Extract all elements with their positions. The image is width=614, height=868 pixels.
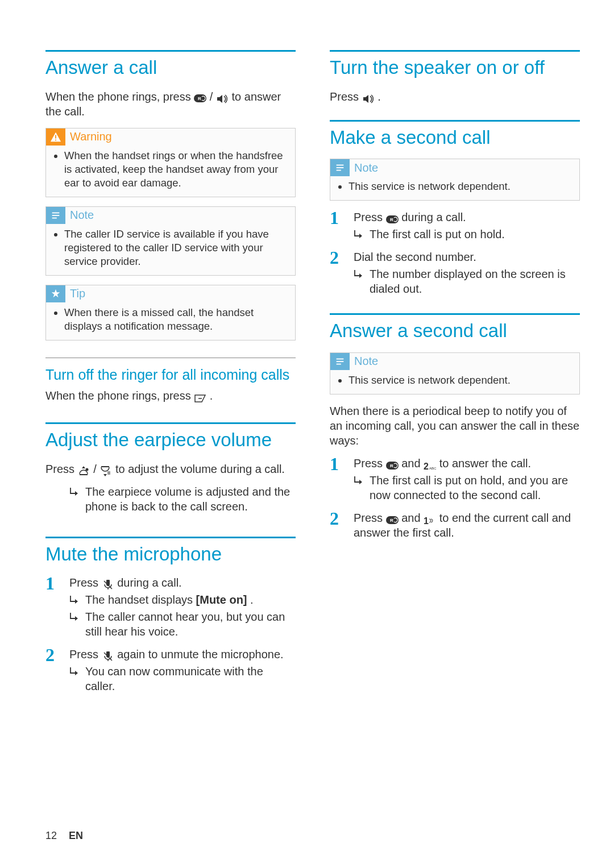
speaker-icon [362, 92, 375, 102]
text: during a call. [401, 211, 466, 223]
result-arrow-icon [69, 666, 80, 679]
talk-key-icon [386, 459, 399, 470]
key-2-icon [424, 459, 436, 470]
warning-callout: Warning When the handset rings or when t… [45, 128, 296, 197]
warning-label: Warning [70, 130, 112, 143]
text: and [401, 457, 424, 470]
text: Press [354, 512, 386, 524]
text: When the phone rings, press [45, 389, 194, 402]
adjust-volume-result: The earpiece volume is adjusted and the … [69, 484, 296, 514]
text: and [401, 512, 424, 524]
make-second-step1-result: The first call is put on hold. [354, 227, 580, 242]
tip-icon [46, 285, 65, 302]
vol-up-icon [78, 465, 90, 475]
heading-make-second-call: Make a second call [330, 120, 580, 149]
page-footer: 12 EN [45, 830, 83, 842]
tip-label: Tip [70, 287, 85, 300]
warning-text: When the handset rings or when the hands… [64, 149, 287, 190]
answer-second-intro: When there is a periodical beep to notif… [330, 404, 580, 448]
text: Press [354, 211, 386, 223]
note-callout: Note The caller ID service is available … [45, 206, 296, 276]
mute-step2-result: You can now communicate with the caller. [69, 664, 296, 693]
mute-step-2: Press again to unmute the microphone. Yo… [45, 647, 296, 693]
text: The first call is put on hold. [370, 227, 505, 242]
mute-icon [102, 579, 114, 589]
text: . [250, 593, 254, 606]
talk-key-icon [194, 92, 206, 102]
warning-icon [46, 128, 65, 146]
text: When the phone rings, press [45, 90, 194, 103]
note-label: Note [70, 209, 94, 222]
text: Press [45, 463, 78, 475]
mute-on-label: [Mute on] [196, 593, 247, 606]
text: Press [69, 648, 102, 661]
ringer-off-text: When the phone rings, press . [45, 388, 296, 403]
text: The caller cannot hear you, but you can … [85, 609, 296, 639]
text: / [93, 463, 99, 475]
note-text: The caller ID service is available if yo… [64, 227, 287, 268]
tip-callout: Tip When there is a missed call, the han… [45, 285, 296, 340]
heading-ringer-off: Turn off the ringer for all incoming cal… [45, 358, 296, 384]
mute-step-1: Press during a call. The handset display… [45, 575, 296, 639]
note-label: Note [354, 355, 378, 368]
key-1-icon [424, 514, 436, 524]
text: / [210, 90, 216, 103]
note-icon [330, 353, 350, 370]
speaker-icon [216, 92, 229, 102]
text: The number displayed on the screen is di… [370, 267, 580, 296]
make-second-step-2: Dial the second number. The number displ… [330, 250, 580, 296]
vol-down-icon [99, 465, 112, 475]
note-callout: Note This service is network dependent. [330, 352, 580, 394]
tip-text: When there is a missed call, the handset… [64, 306, 287, 333]
text: again to unmute the microphone. [117, 648, 283, 661]
text: during a call. [117, 576, 181, 589]
heading-mute-mic: Mute the microphone [45, 537, 296, 566]
heading-answer-second-call: Answer a second call [330, 313, 580, 342]
result-arrow-icon [354, 229, 364, 242]
speaker-text: Press . [330, 89, 580, 104]
text: Press [354, 457, 386, 470]
end-key-icon [194, 392, 206, 402]
heading-answer-call: Answer a call [45, 50, 296, 79]
language-code: EN [69, 830, 83, 841]
answer-second-step-2: Press and to end the current call and an… [330, 510, 580, 540]
result-arrow-icon [354, 475, 364, 488]
result-arrow-icon [69, 487, 80, 499]
make-second-step2-result: The number displayed on the screen is di… [354, 267, 580, 296]
text: . [377, 90, 381, 103]
page-number: 12 [45, 830, 57, 841]
answer-second-step-1: Press and to answer the call. The first … [330, 456, 580, 502]
note-text: This service is network dependent. [349, 373, 571, 387]
text: You can now communicate with the caller. [85, 664, 296, 693]
mute-icon [102, 650, 114, 661]
heading-speaker: Turn the speaker on or off [330, 50, 580, 79]
text: The first call is put on hold, and you a… [370, 473, 580, 502]
text: Press [69, 576, 102, 589]
answer-call-intro: When the phone rings, press / to answer … [45, 89, 296, 119]
result-arrow-icon [69, 595, 80, 607]
adjust-volume-text: Press / to adjust the volume during a ca… [45, 462, 296, 476]
note-icon [330, 159, 350, 176]
note-label: Note [354, 161, 378, 175]
heading-adjust-volume: Adjust the earpiece volume [45, 422, 296, 451]
text: The handset displays [85, 593, 196, 606]
text: to answer the call. [439, 457, 531, 470]
note-text: This service is network dependent. [349, 180, 571, 193]
text: Dial the second number. [354, 251, 476, 263]
mute-step1-result1: The handset displays [Mute on] . [69, 592, 296, 607]
text: The earpiece volume is adjusted and the … [85, 484, 296, 514]
talk-key-icon [386, 514, 399, 524]
answer-second-step1-result: The first call is put on hold, and you a… [354, 473, 580, 502]
text: . [210, 389, 213, 402]
result-arrow-icon [354, 269, 364, 281]
result-arrow-icon [69, 612, 80, 624]
text: to adjust the volume during a call. [115, 463, 285, 475]
talk-key-icon [386, 213, 399, 223]
note-icon [46, 207, 65, 224]
text: Press [330, 90, 362, 103]
mute-step1-result2: The caller cannot hear you, but you can … [69, 609, 296, 639]
make-second-step-1: Press during a call. The first call is p… [330, 210, 580, 242]
note-callout: Note This service is network dependent. [330, 159, 580, 201]
